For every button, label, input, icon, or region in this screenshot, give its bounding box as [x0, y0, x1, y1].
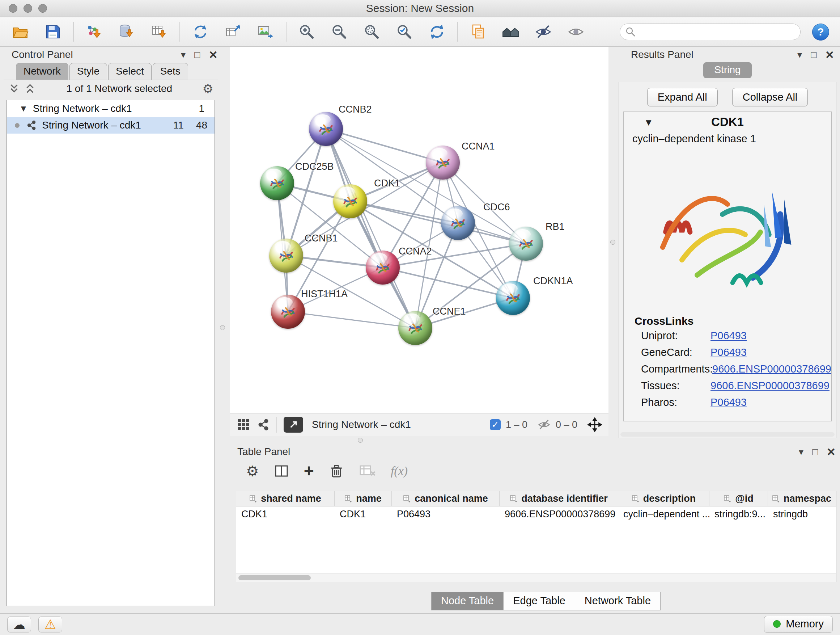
network-node-cdk1[interactable] — [333, 184, 367, 218]
collapse-all-icon[interactable] — [24, 82, 36, 95]
network-node-ccna2[interactable] — [366, 250, 400, 285]
close-window-button[interactable] — [9, 4, 17, 13]
tab-style[interactable]: Style — [69, 63, 107, 80]
float-panel-icon[interactable]: ▾ — [797, 50, 802, 59]
expand-all-icon[interactable] — [8, 82, 20, 95]
network-collection-row[interactable]: ▼ String Network – cdk1 1 — [7, 100, 215, 117]
cell-name[interactable]: CDK1 — [335, 507, 392, 522]
import-network-from-file-button[interactable] — [80, 20, 109, 44]
column-header-description[interactable]: description — [618, 491, 709, 506]
function-builder-icon[interactable]: f(x) — [391, 464, 408, 478]
right-splitter-handle[interactable] — [610, 240, 615, 245]
zoom-window-button[interactable] — [38, 4, 47, 13]
string-results-tab[interactable]: String — [703, 62, 752, 78]
crosslink-link-pharos[interactable]: P06493 — [711, 396, 747, 409]
maximize-panel-icon[interactable]: □ — [194, 50, 200, 59]
network-node-hist1h1a[interactable] — [271, 295, 305, 329]
column-header-name[interactable]: name — [335, 491, 392, 506]
network-node-ccne1[interactable] — [398, 311, 432, 345]
column-header-namespace[interactable]: namespac — [768, 491, 835, 506]
crosslink-link-uniprot[interactable]: P06493 — [711, 330, 747, 342]
zoom-out-button[interactable] — [325, 20, 354, 44]
network-node-ccnb1[interactable] — [269, 239, 303, 272]
zoom-fit-button[interactable] — [357, 20, 386, 44]
left-splitter-handle[interactable] — [220, 325, 225, 330]
import-network-from-database-button[interactable] — [112, 20, 141, 44]
cell-shared-name[interactable]: CDK1 — [236, 507, 335, 522]
close-panel-icon[interactable]: ✕ — [209, 49, 218, 61]
float-panel-icon[interactable]: ▾ — [799, 447, 804, 456]
zoom-in-button[interactable] — [292, 20, 321, 44]
tab-network[interactable]: Network — [16, 63, 68, 80]
column-header-canonical-name[interactable]: canonical name — [392, 491, 500, 506]
network-view-canvas[interactable]: CCNB2CCNA1CDC25BCDK1CDC6RB1CCNB1CCNA2CDK… — [230, 47, 608, 413]
network-node-cdkn1a[interactable] — [496, 281, 530, 315]
close-panel-icon[interactable]: ✕ — [825, 49, 834, 61]
cell-namespace[interactable]: stringdb — [768, 507, 835, 522]
network-node-ccna1[interactable] — [426, 146, 460, 180]
tree-expand-icon[interactable]: ▼ — [19, 103, 28, 114]
results-scrollbar[interactable] — [621, 432, 835, 437]
export-image-button[interactable] — [251, 20, 280, 44]
help-button[interactable]: ? — [812, 24, 829, 41]
hidden-items-eye-slash-icon[interactable] — [538, 418, 551, 431]
copy-document-button[interactable] — [464, 20, 493, 44]
network-node-ccnb2[interactable] — [309, 112, 343, 146]
network-overview-icon[interactable] — [257, 418, 270, 431]
network-node-cdc6[interactable] — [441, 206, 475, 240]
selected-items-checkbox[interactable]: ✓ — [490, 419, 501, 430]
tab-sets[interactable]: Sets — [153, 63, 188, 80]
cell-canonical-name[interactable]: P06493 — [392, 507, 500, 522]
close-panel-icon[interactable]: ✕ — [827, 446, 836, 458]
show-columns-icon[interactable] — [273, 463, 289, 479]
import-table-from-file-button[interactable] — [145, 20, 174, 44]
gear-icon[interactable]: ⚙ — [202, 82, 213, 95]
table-settings-gear-icon[interactable]: ⚙ — [246, 464, 259, 478]
memory-button[interactable]: Memory — [764, 616, 833, 633]
cell-id[interactable]: stringdb:9... — [709, 507, 768, 522]
hide-selected-button[interactable] — [529, 20, 558, 44]
zoom-selected-button[interactable] — [390, 20, 419, 44]
float-panel-icon[interactable]: ▾ — [181, 50, 186, 59]
detach-view-button[interactable] — [284, 417, 303, 432]
maximize-panel-icon[interactable]: □ — [812, 447, 818, 456]
network-from-table-button[interactable] — [218, 20, 248, 44]
bottom-splitter-handle[interactable] — [358, 438, 363, 443]
cell-database-identifier[interactable]: 9606.ENSP00000378699 — [500, 507, 618, 522]
save-session-button[interactable] — [38, 20, 67, 44]
scrollbar-thumb[interactable] — [238, 575, 311, 580]
table-horizontal-scrollbar[interactable] — [236, 573, 836, 582]
crosslink-link-genecard[interactable]: P06493 — [711, 347, 747, 358]
minimize-window-button[interactable] — [24, 4, 32, 13]
tab-network-table[interactable]: Network Table — [575, 592, 660, 610]
first-neighbors-button[interactable] — [496, 20, 525, 44]
column-header-id[interactable]: @id — [709, 491, 768, 506]
grid-view-icon[interactable] — [237, 418, 250, 432]
network-node-rb1[interactable] — [509, 226, 543, 261]
network-node-cdc25b[interactable] — [260, 166, 294, 200]
table-row[interactable]: CDK1 CDK1 P06493 9606.ENSP00000378699 cy… — [236, 507, 836, 522]
crosslink-link-compartments[interactable]: 9606.ENSP00000378699 — [712, 363, 831, 375]
cell-description[interactable]: cyclin–dependent ... — [618, 507, 709, 522]
delete-column-trash-icon[interactable] — [328, 463, 344, 479]
column-header-database-identifier[interactable]: database identifier — [500, 491, 618, 506]
crosslink-link-tissues[interactable]: 9606.ENSP00000378699 — [711, 380, 829, 392]
search-input[interactable] — [620, 24, 801, 40]
maximize-panel-icon[interactable]: □ — [811, 50, 816, 59]
open-session-button[interactable] — [6, 20, 35, 44]
add-column-icon[interactable]: + — [304, 462, 314, 480]
new-network-button[interactable] — [186, 20, 215, 44]
collapse-gene-icon[interactable]: ▼ — [644, 117, 653, 128]
apply-layout-button[interactable] — [423, 20, 452, 44]
tab-node-table[interactable]: Node Table — [431, 592, 504, 610]
network-row[interactable]: String Network – cdk1 11 48 — [7, 117, 215, 134]
cloud-status-button[interactable]: ☁ — [7, 616, 31, 632]
show-all-button[interactable] — [561, 20, 591, 44]
tab-edge-table[interactable]: Edge Table — [504, 592, 575, 610]
column-header-shared-name[interactable]: shared name — [236, 491, 335, 506]
collapse-all-button[interactable]: Collapse All — [732, 88, 808, 106]
expand-all-button[interactable]: Expand All — [647, 88, 718, 106]
warnings-button[interactable]: ⚠ — [38, 616, 62, 632]
pan-move-icon[interactable] — [587, 417, 602, 432]
tab-select[interactable]: Select — [108, 63, 152, 80]
